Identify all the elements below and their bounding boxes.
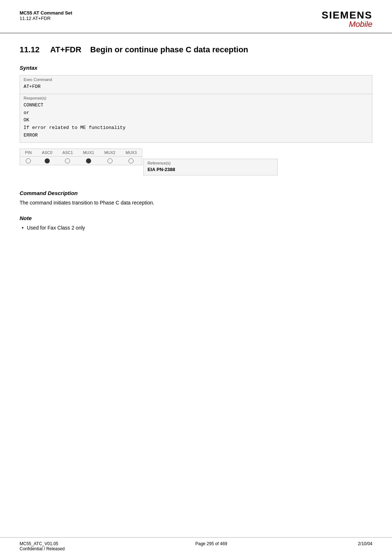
response-line-0: CONNECT	[24, 102, 368, 109]
footer-left: MC55_ATC_V01.05 Confidential / Released	[20, 541, 65, 551]
pin-cell-4	[99, 156, 121, 165]
section-desc: Begin or continue phase C data reception	[90, 45, 248, 54]
footer-date: 2/10/04	[358, 541, 372, 551]
footer-center: Page 295 of 469	[195, 541, 227, 551]
section-title: AT+FDR	[50, 45, 81, 54]
circle-filled-asc0	[45, 158, 50, 163]
cmd-desc-label: Command Description	[20, 190, 372, 196]
page-header: MC55 AT Command Set 11.12 AT+FDR SIEMENS…	[0, 0, 392, 33]
col-mux1: MUX1	[78, 149, 99, 157]
note-item-0: Used for Fax Class 2 only	[20, 225, 372, 231]
circle-empty-mux2	[107, 158, 113, 163]
siemens-logo: SIEMENS Mobile	[322, 10, 372, 28]
exec-command-label: Exec Command	[20, 76, 372, 82]
section-number: 11.12	[20, 45, 40, 54]
col-mux2: MUX2	[99, 149, 121, 157]
circle-empty-pin	[26, 158, 31, 163]
pin-cell-1	[37, 156, 57, 165]
response-line-3: If error related to ME functionality	[24, 124, 368, 132]
pin-table: PIN ASC0 ASC1 MUX1 MUX2 MUX3	[20, 149, 142, 165]
section-heading: 11.12 AT+FDR Begin or continue phase C d…	[20, 45, 372, 54]
response-line-4: ERROR	[24, 132, 368, 139]
exec-command-value: AT+FDR	[20, 82, 372, 94]
reference-box: Reference(s) EIA PN-2388	[143, 159, 278, 175]
pin-cell-0	[20, 156, 37, 165]
cmd-desc-text: The command initiates transition to Phas…	[20, 200, 372, 206]
exec-command-box: Exec Command AT+FDR	[20, 75, 372, 94]
reference-value: EIA PN-2388	[144, 166, 277, 175]
pin-table-wrapper: PIN ASC0 ASC1 MUX1 MUX2 MUX3	[20, 149, 142, 165]
response-label: Response(s)	[20, 94, 372, 101]
col-mux3: MUX3	[121, 149, 142, 157]
pin-cell-5	[121, 156, 142, 165]
header-left: MC55 AT Command Set 11.12 AT+FDR	[20, 10, 72, 21]
page-footer: MC55_ATC_V01.05 Confidential / Released …	[0, 537, 392, 555]
col-asc0: ASC0	[37, 149, 57, 157]
header-subtitle: 11.12 AT+FDR	[20, 16, 72, 21]
note-label: Note	[20, 215, 372, 221]
pin-cell-2	[57, 156, 78, 165]
pin-row	[20, 156, 142, 165]
footer-doc-id: MC55_ATC_V01.05	[20, 541, 65, 546]
circle-empty-asc1	[65, 158, 70, 163]
mobile-logo-text: Mobile	[349, 20, 372, 28]
pin-cell-3	[78, 156, 99, 165]
footer-confidential: Confidential / Released	[20, 546, 65, 551]
response-body: CONNECT or OK If error related to ME fun…	[20, 101, 372, 142]
syntax-label: Syntax	[20, 65, 372, 71]
note-list: Used for Fax Class 2 only	[20, 225, 372, 231]
col-asc1: ASC1	[57, 149, 78, 157]
siemens-logo-text: SIEMENS	[322, 10, 372, 20]
response-line-1: or	[24, 109, 368, 117]
circle-filled-mux1	[86, 158, 91, 163]
header-title: MC55 AT Command Set	[20, 10, 72, 16]
response-line-2: OK	[24, 117, 368, 124]
response-box: Response(s) CONNECT or OK If error relat…	[20, 94, 372, 143]
col-pin: PIN	[20, 149, 37, 157]
page-content: 11.12 AT+FDR Begin or continue phase C d…	[0, 33, 392, 245]
command-boxes: Exec Command AT+FDR Response(s) CONNECT …	[20, 75, 372, 143]
circle-empty-mux3	[128, 158, 134, 163]
reference-label: Reference(s)	[144, 159, 277, 166]
